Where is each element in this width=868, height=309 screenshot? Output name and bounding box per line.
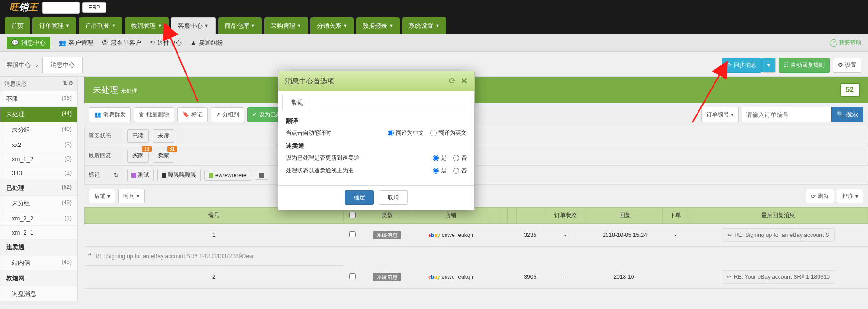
- topbar: 旺销王 营销版▼ ERP: [0, 0, 868, 15]
- help-link[interactable]: 我要帮助: [830, 39, 861, 47]
- refresh-icon[interactable]: ↻: [114, 172, 119, 179]
- page-title: 未处理: [93, 85, 118, 95]
- modal-tab-general[interactable]: 常规: [282, 95, 312, 111]
- section-smt: 速卖通: [286, 142, 467, 150]
- tag-chip-0[interactable]: 测试: [127, 169, 154, 181]
- modal-cancel-button[interactable]: 取消: [379, 190, 408, 205]
- subnav-dispute[interactable]: ▲ 卖通纠纷: [190, 39, 223, 47]
- sidebar-item-1[interactable]: 未处理(44): [0, 107, 77, 122]
- sidebar-item-9[interactable]: xm_2_1: [0, 226, 77, 240]
- section-translate: 翻译: [286, 117, 467, 125]
- row-checkbox[interactable]: [349, 231, 356, 237]
- tag-chip-1[interactable]: 嘎嘎嘎嘎嘎: [157, 169, 201, 181]
- time-dropdown[interactable]: 时间 ▾: [118, 189, 145, 203]
- last-reply-pill[interactable]: ↩ RE: Signing up for an eBay account S: [722, 228, 834, 242]
- col-6: [507, 208, 517, 224]
- filter-bottom: 店铺 ▾ 时间 ▾ ⟳ 刷新 排序 ▾: [84, 185, 868, 207]
- col-7: [517, 208, 544, 224]
- radio-translate-cn[interactable]: 翻译为中文: [388, 129, 424, 137]
- marketing-dropdown[interactable]: 营销版▼: [42, 2, 80, 14]
- select-all-checkbox[interactable]: [349, 212, 356, 218]
- table-row[interactable]: 1 系统消息 ebay cnwe_eukqn 3235 - 2018-10-05…: [85, 224, 868, 247]
- sidebar-item-11[interactable]: 站内信(45): [0, 255, 77, 271]
- count-badge: 52: [840, 83, 860, 97]
- nav-item-6[interactable]: 采购管理 ▼: [264, 17, 308, 34]
- radio-q1-no[interactable]: 否: [453, 154, 467, 162]
- sidebar-item-8[interactable]: xm_2_2(1): [0, 211, 77, 226]
- tag-chip-2[interactable]: ewrewrerere: [204, 170, 251, 181]
- shop-dropdown[interactable]: 店铺 ▾: [89, 189, 115, 203]
- filter-read-no[interactable]: 未读: [153, 129, 174, 143]
- sync-messages-dropdown[interactable]: ▼: [762, 58, 776, 73]
- preferences-modal: 消息中心首选项 ⟳ ✕ 常规 翻译 当点击自动翻译时 翻译为中文 翻译为英文 速…: [278, 71, 475, 210]
- table-row[interactable]: 2 系统消息 ebay cnwe_eukqn 3905 - 2018-10- -…: [85, 266, 868, 289]
- sidebar-item-6[interactable]: 已处理(52): [0, 180, 77, 196]
- search-input[interactable]: [742, 107, 831, 122]
- breadcrumb-root[interactable]: 客服中心: [7, 61, 31, 69]
- sidebar-item-2[interactable]: 未分组(40): [0, 122, 77, 138]
- nav-item-4[interactable]: 客服中心 ▼: [171, 17, 216, 34]
- filter-reply-buyer[interactable]: 买家13: [127, 149, 149, 163]
- erp-button[interactable]: ERP: [82, 2, 106, 13]
- sidebar-item-5[interactable]: 333(1): [0, 166, 77, 180]
- filter-reply-seller[interactable]: 卖家31: [153, 149, 174, 163]
- col-5: [498, 208, 508, 224]
- sidebar-item-13[interactable]: 询盘消息: [0, 286, 77, 302]
- subnav-blacklist[interactable]: ☹ 黑名单客户: [102, 39, 141, 47]
- chevron-down-icon: ▼: [69, 5, 73, 10]
- type-badge: 系统消息: [373, 231, 401, 239]
- filter-tag-label: 标记↻: [85, 166, 122, 184]
- tag-button[interactable]: 🔖 标记: [177, 107, 208, 122]
- last-reply-pill[interactable]: ↩ RE: Your eBay account SR# 1-180310: [722, 270, 835, 284]
- auto-reply-rules-button[interactable]: ☷ 自动回复规则: [779, 58, 830, 73]
- messages-table: 编号类型店铺订单状态回复下单最后回复消息 1 系统消息 ebay cnwe_eu…: [84, 207, 868, 289]
- radio-q2-yes[interactable]: 是: [433, 167, 446, 175]
- modal-refresh-icon[interactable]: ⟳: [449, 76, 456, 86]
- sidebar-item-0[interactable]: 不限(96): [0, 91, 77, 107]
- col-9: 回复: [587, 208, 662, 224]
- nav-item-3[interactable]: 物流管理 ▼: [125, 17, 169, 34]
- nav-item-7[interactable]: 分销关系 ▼: [310, 17, 354, 34]
- modal-close-icon[interactable]: ✕: [461, 76, 468, 86]
- order-no-dropdown[interactable]: 订单编号 ▾: [701, 107, 739, 122]
- subnav-returns[interactable]: ⟲ 退件中心: [150, 39, 182, 47]
- batch-delete-button[interactable]: 🗑 批量删除: [134, 107, 174, 122]
- col-8: 订单状态: [544, 208, 587, 224]
- settings-button[interactable]: ⚙ 设置: [833, 58, 861, 73]
- sub-nav: 💬 消息中心 👥 客户管理 ☹ 黑名单客户 ⟲ 退件中心 ▲ 卖通纠纷 我要帮助: [0, 34, 868, 52]
- actions-toolbar: 👥 消息群发 🗑 批量删除 🔖 标记 ↗ 分组到 ✓ 设为已处理 订单编号 ▾ …: [84, 103, 868, 126]
- sort-dropdown[interactable]: 排序 ▾: [837, 189, 863, 203]
- sync-messages-button[interactable]: ⟳ 同步消息: [722, 58, 762, 73]
- tag-chip-3[interactable]: [255, 171, 268, 180]
- subnav-message-center[interactable]: 💬 消息中心: [7, 37, 50, 49]
- radio-q1-yes[interactable]: 是: [433, 154, 446, 162]
- nav-item-9[interactable]: 系统设置 ▼: [402, 17, 446, 34]
- nav-item-2[interactable]: 产品刊登 ▼: [79, 17, 122, 34]
- nav-item-8[interactable]: 数据报表 ▼: [356, 17, 400, 34]
- sidebar-item-7[interactable]: 未分组(49): [0, 196, 77, 211]
- subnav-customer-mgmt[interactable]: 👥 客户管理: [59, 39, 93, 47]
- radio-translate-en[interactable]: 翻译为英文: [430, 129, 467, 137]
- breadcrumb-tab[interactable]: 消息中心: [42, 57, 83, 73]
- mass-send-button[interactable]: 👥 消息群发: [89, 107, 131, 122]
- search-button[interactable]: 🔍 搜索: [831, 107, 863, 122]
- row-checkbox[interactable]: [349, 273, 356, 279]
- page-subtitle: 未处理: [121, 88, 138, 94]
- nav-item-5[interactable]: 商品仓库 ▼: [218, 17, 262, 34]
- group-to-button[interactable]: ↗ 分组到: [211, 107, 244, 122]
- modal-ok-button[interactable]: 确定: [345, 190, 374, 205]
- sidebar-item-12[interactable]: 敦煌网: [0, 271, 77, 286]
- sidebar: 消息状态 ⇅ ⟳ 不限(96)未处理(44)未分组(40)xx2(3)xm_1_…: [0, 77, 78, 302]
- sidebar-item-3[interactable]: xx2(3): [0, 138, 77, 152]
- refresh-button[interactable]: ⟳ 刷新: [806, 189, 834, 203]
- radio-q2-no[interactable]: 否: [453, 167, 467, 175]
- nav-item-1[interactable]: 订单管理 ▼: [32, 17, 76, 34]
- page-header: 未处理 未处理 52: [84, 77, 868, 103]
- sidebar-item-4[interactable]: xm_1_2(0): [0, 152, 77, 166]
- modal-header: 消息中心首选项 ⟳ ✕: [278, 71, 474, 91]
- filter-read-label: 查阅状态: [85, 126, 122, 146]
- nav-item-0[interactable]: 首页: [5, 17, 30, 34]
- filter-read-yes[interactable]: 已读: [127, 129, 149, 143]
- sidebar-tools[interactable]: ⇅ ⟳: [63, 80, 73, 88]
- sidebar-item-10[interactable]: 速卖通: [0, 240, 77, 255]
